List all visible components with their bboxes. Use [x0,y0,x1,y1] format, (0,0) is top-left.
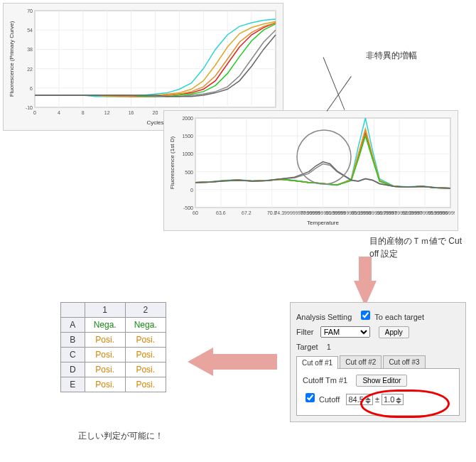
svg-text:63.6: 63.6 [216,210,226,215]
melt-chart-panel: 6063.667.270.874.3999999999999977.999999… [163,110,458,231]
tab-cutoff2[interactable]: Cut off #2 [340,355,382,368]
apply-button[interactable]: Apply [379,326,409,338]
svg-text:60: 60 [193,210,198,215]
svg-text:12: 12 [104,110,110,115]
annotation-nonspecific: 非特異的増幅 [366,50,417,62]
target-label: Target [296,343,318,351]
target-value: 1 [327,343,331,351]
to-each-target-label: To each target [374,313,424,321]
plus-minus-label: ± [375,395,379,404]
row-header: C [61,348,85,362]
svg-text:38: 38 [27,47,33,52]
spinner-up-icon[interactable] [365,397,371,400]
table-row: ANega.Nega. [61,318,166,333]
result-cell: Posi. [85,348,125,362]
col-header: 2 [125,303,166,318]
svg-text:2000: 2000 [182,116,193,121]
result-cell: Nega. [125,318,166,333]
svg-text:6: 6 [30,86,33,91]
svg-text:Fluorescence (Primary Curve): Fluorescence (Primary Curve) [9,21,15,97]
svg-text:500: 500 [185,170,193,175]
svg-text:1000: 1000 [182,151,193,156]
svg-text:Cycles: Cycles [146,119,163,126]
result-cell: Posi. [125,348,166,362]
results-table: 12ANega.Nega.BPosi.Posi.CPosi.Posi.DPosi… [60,302,166,392]
callout-line [327,76,352,112]
result-cell: Posi. [85,362,125,377]
show-editor-button[interactable]: Show Editor [356,375,407,387]
svg-text:1500: 1500 [182,134,193,139]
svg-text:0: 0 [33,110,36,115]
svg-text:Fluorescence (1st D): Fluorescence (1st D) [169,136,175,190]
cutoff-value-spinner[interactable]: 84.5 [346,394,372,405]
arrow-left-icon [185,354,277,376]
analysis-setting-dialog: Analysis Setting To each target Filter F… [290,302,466,422]
result-cell: Posi. [125,377,166,392]
table-row: CPosi.Posi. [61,348,166,362]
callout-line [323,57,345,110]
cutoff-checkbox[interactable] [305,393,315,402]
svg-text:-10: -10 [26,105,33,110]
svg-text:70: 70 [27,9,33,14]
nonspecific-highlight [292,125,356,189]
svg-text:22: 22 [27,67,33,72]
svg-text:4: 4 [58,110,60,115]
filter-select[interactable]: FAM [320,326,370,338]
to-each-target-checkbox[interactable] [361,311,370,320]
svg-text:Temperature: Temperature [307,220,339,226]
table-row: DPosi.Posi. [61,362,166,377]
svg-text:-500: -500 [183,205,193,210]
filter-label: Filter [296,328,313,336]
cutoff-tol-spinner[interactable]: 1.0 [382,394,404,405]
table-row: EPosi.Posi. [61,377,166,392]
row-header: D [61,362,85,377]
svg-text:0: 0 [190,188,193,193]
row-header: B [61,333,85,348]
svg-text:67.2: 67.2 [242,210,251,215]
row-header: E [61,377,85,392]
cutoff-tab-body: Cutoff Tm #1 Show Editor Cutoff 84.5 ± 1… [296,369,460,416]
svg-point-74 [297,130,351,184]
svg-text:16: 16 [129,110,134,115]
row-header: A [61,318,85,333]
result-cell: Posi. [85,377,125,392]
spinner-down-icon[interactable] [396,401,401,404]
col-header: 1 [85,303,125,318]
amplification-chart: 0481216202428323640-10622385470CyclesFlu… [6,6,280,127]
tab-cutoff3[interactable]: Cut off #3 [383,355,425,368]
cutoff-group-label: Cutoff Tm #1 [303,376,347,385]
table-row: BPosi.Posi. [61,333,166,348]
spinner-up-icon[interactable] [396,397,401,400]
caption-result: 正しい判定が可能に！ [78,430,163,442]
result-cell: Nega. [85,318,125,333]
svg-text:95.99999999999996: 95.99999999999996 [428,210,455,215]
svg-text:54: 54 [27,28,33,33]
svg-text:20: 20 [153,110,158,115]
tab-cutoff1[interactable]: Cut off #1 [296,356,338,369]
result-cell: Posi. [85,333,125,348]
cutoff-tabs: Cut off #1 Cut off #2 Cut off #3 [296,355,460,369]
cutoff-checkbox-label: Cutoff [319,395,340,404]
result-cell: Posi. [125,333,166,348]
result-cell: Posi. [125,362,166,377]
dialog-title: Analysis Setting [296,313,352,321]
spinner-down-icon[interactable] [365,401,371,404]
svg-text:8: 8 [82,110,85,115]
annotation-cutoff: 目的産物のＴｍ値で Cut off 設定 [369,235,462,260]
